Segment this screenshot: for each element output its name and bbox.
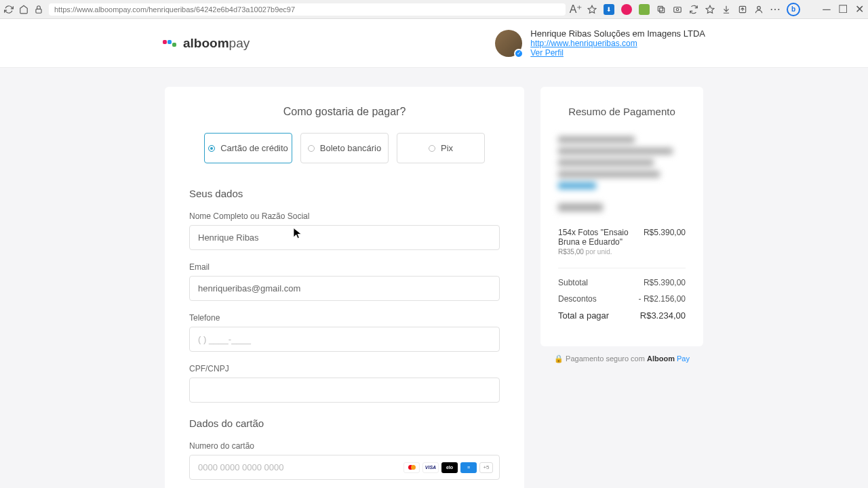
- payment-card: Como gostaria de pagar? Cartão de crédit…: [165, 87, 524, 488]
- lock-icon: [34, 5, 43, 14]
- amex-icon: ≡: [460, 462, 477, 473]
- browser-titlebar: https://www.alboompay.com/henriqueribas/…: [0, 0, 868, 19]
- secure-prefix: Pagamento seguro com: [566, 354, 645, 363]
- option-pix[interactable]: Pix: [397, 133, 485, 163]
- collections-icon[interactable]: [656, 5, 666, 14]
- svg-marker-6: [706, 5, 714, 13]
- secure-payment-note: 🔒 Pagamento seguro com Alboom Pay: [540, 354, 703, 363]
- total-label: Total a pagar: [558, 310, 609, 321]
- discount-label: Descontos: [558, 294, 597, 304]
- blurred-vendor-details: [558, 136, 686, 211]
- vendor-block: ✓ Henrique Ribas Soluções em Imagens LTD…: [495, 28, 705, 58]
- section-your-data: Seus dados: [189, 188, 500, 199]
- home-icon[interactable]: [19, 5, 28, 14]
- logo-text-2: pay: [229, 36, 250, 50]
- extension-icon[interactable]: [621, 4, 632, 15]
- visa-icon: VISA: [422, 462, 439, 473]
- payment-title: Como gostaria de pagar?: [189, 106, 500, 118]
- section-card-data: Dados do cartão: [189, 418, 500, 429]
- extension-icon[interactable]: ⬇: [604, 4, 614, 15]
- download-icon[interactable]: [722, 5, 731, 14]
- lock-icon: 🔒: [554, 354, 564, 363]
- subtotal-row: Subtotal R$5.390,00: [558, 278, 686, 287]
- phone-input[interactable]: [189, 327, 500, 352]
- radio-icon: [429, 145, 435, 152]
- cpf-input[interactable]: [189, 378, 500, 403]
- minimize-icon[interactable]: ─: [822, 5, 831, 14]
- discount-value: - R$2.156,00: [639, 294, 686, 304]
- vendor-url-link[interactable]: http://www.henriqueribas.com: [530, 39, 705, 48]
- radio-icon: [308, 145, 315, 152]
- option-label: Cartão de crédito: [220, 143, 288, 153]
- svg-rect-3: [660, 7, 665, 12]
- unit-suffix: por unid.: [586, 248, 612, 256]
- option-credit-card[interactable]: Cartão de crédito: [204, 133, 292, 163]
- verified-badge-icon: ✓: [514, 49, 524, 58]
- share-icon[interactable]: [738, 5, 747, 14]
- payment-summary-card: Resumo de Pagamento 154x Fotos "Ensaio B…: [540, 87, 703, 346]
- email-label: Email: [189, 262, 500, 272]
- name-input[interactable]: [189, 225, 500, 250]
- phone-label: Telefone: [189, 313, 500, 323]
- option-boleto[interactable]: Boleto bancário: [300, 133, 389, 163]
- mastercard-icon: [403, 462, 420, 473]
- svg-rect-4: [674, 7, 682, 12]
- item-price: R$5.390,00: [644, 228, 686, 237]
- more-brands-badge: +5: [479, 462, 493, 473]
- cpf-label: CPF/CNPJ: [189, 364, 500, 373]
- card-number-label: Numero do cartão: [189, 441, 500, 451]
- profile-icon[interactable]: [754, 5, 764, 14]
- bing-icon[interactable]: b: [787, 3, 800, 16]
- site-logo[interactable]: alboompay: [163, 36, 250, 51]
- more-icon[interactable]: ⋯: [770, 5, 780, 14]
- extension-icon[interactable]: [639, 4, 650, 15]
- svg-rect-2: [658, 6, 663, 11]
- discount-row: Descontos - R$2.156,00: [558, 294, 686, 304]
- svg-rect-0: [36, 9, 41, 13]
- name-label: Nome Completo ou Razão Social: [189, 211, 500, 221]
- svg-marker-1: [588, 5, 596, 13]
- vendor-name: Henrique Ribas Soluções em Imagens LTDA: [530, 28, 705, 39]
- sync-icon[interactable]: [689, 5, 698, 14]
- favorites-icon[interactable]: [705, 5, 715, 14]
- radio-icon: [208, 145, 215, 152]
- secure-brand: Alboom: [647, 354, 675, 363]
- logo-text-1: alboom: [183, 36, 229, 50]
- unit-price: R$35,00: [558, 248, 584, 256]
- close-icon[interactable]: ✕: [854, 5, 864, 14]
- card-brand-icons: VISA elo ≡ +5: [403, 462, 493, 473]
- item-name: 154x Fotos "Ensaio Bruna e Eduardo": [558, 228, 639, 247]
- avatar: ✓: [495, 30, 522, 57]
- text-size-icon[interactable]: A⁺: [571, 5, 580, 14]
- total-value: R$3.234,00: [640, 310, 686, 321]
- page-content: Como gostaria de pagar? Cartão de crédit…: [0, 68, 868, 488]
- secure-pay: Pay: [677, 354, 690, 363]
- url-text: https://www.alboompay.com/henriqueribas/…: [54, 5, 295, 14]
- payment-method-group: Cartão de crédito Boleto bancário Pix: [189, 133, 500, 163]
- elo-icon: elo: [441, 462, 458, 473]
- address-bar[interactable]: https://www.alboompay.com/henriqueribas/…: [49, 3, 566, 16]
- total-row: Total a pagar R$3.234,00: [558, 310, 686, 321]
- view-profile-link[interactable]: Ver Perfil: [530, 48, 705, 58]
- summary-column: Resumo de Pagamento 154x Fotos "Ensaio B…: [540, 87, 703, 488]
- subtotal-value: R$5.390,00: [644, 278, 686, 287]
- summary-title: Resumo de Pagamento: [558, 106, 686, 117]
- email-input[interactable]: [189, 276, 500, 301]
- subtotal-label: Subtotal: [558, 278, 588, 287]
- screenshot-icon[interactable]: [673, 5, 682, 14]
- svg-point-5: [676, 8, 679, 11]
- star-icon[interactable]: [587, 5, 597, 14]
- site-header: alboompay ✓ Henrique Ribas Soluções em I…: [0, 19, 868, 68]
- option-label: Boleto bancário: [320, 143, 381, 153]
- refresh-icon[interactable]: [4, 5, 14, 14]
- line-item: 154x Fotos "Ensaio Bruna e Eduardo" R$5.…: [558, 228, 686, 256]
- maximize-icon[interactable]: ☐: [838, 5, 848, 14]
- svg-point-8: [757, 6, 761, 9]
- option-label: Pix: [441, 143, 453, 153]
